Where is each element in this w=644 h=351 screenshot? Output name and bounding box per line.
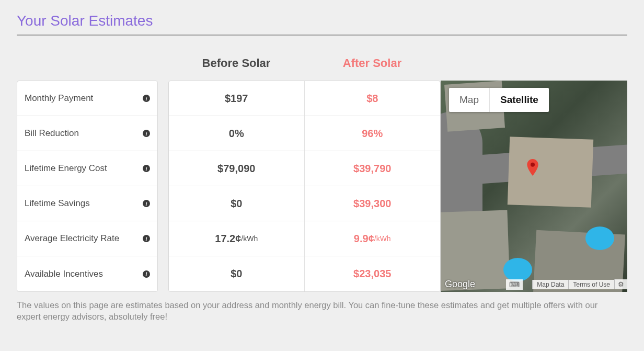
value-after: $39,790 (305, 151, 441, 186)
map-data-link[interactable]: Map Data (532, 280, 568, 289)
map-footer: Google ⌨ Map Data Terms of Use ⚙ (441, 277, 627, 292)
gear-icon[interactable]: ⚙ (614, 279, 627, 289)
value-after: $8 (305, 81, 441, 116)
map-type-satellite[interactable]: Satellite (489, 88, 549, 112)
value-after: 9.9¢/kWh (305, 221, 441, 256)
label-text: Available Incentives (25, 269, 103, 279)
table-row: 0% 96% (169, 116, 440, 151)
map-view[interactable]: Map Satellite Google ⌨ Map Data Terms of… (441, 81, 627, 292)
label-bill-reduction: Bill Reduction i (17, 116, 157, 151)
value-before: $79,090 (169, 151, 305, 186)
info-icon[interactable]: i (143, 130, 150, 137)
value-after: $39,300 (305, 186, 441, 221)
label-monthly-payment: Monthly Payment i (17, 81, 157, 116)
value-after: $23,035 (305, 256, 441, 291)
info-icon[interactable]: i (143, 200, 150, 207)
label-text: Lifetime Savings (25, 198, 90, 209)
table-row: 17.2¢/kWh 9.9¢/kWh (169, 221, 440, 256)
label-lifetime-energy-cost: Lifetime Energy Cost i (17, 151, 157, 186)
disclaimer-text: The values on this page are estimates ba… (17, 299, 602, 323)
value-before: 17.2¢/kWh (169, 221, 305, 256)
keyboard-icon[interactable]: ⌨ (506, 279, 523, 290)
info-icon[interactable]: i (143, 95, 150, 102)
label-text: Monthly Payment (25, 93, 93, 104)
table-row: $79,090 $39,790 (169, 151, 440, 186)
info-icon[interactable]: i (143, 270, 150, 278)
label-text: Average Electricity Rate (25, 233, 119, 244)
table-row: $0 $39,300 (169, 186, 440, 221)
label-avg-electricity-rate: Average Electricity Rate i (17, 221, 157, 256)
label-text: Bill Reduction (25, 128, 79, 139)
value-before: $197 (169, 81, 305, 116)
map-type-map[interactable]: Map (449, 88, 489, 112)
col-header-after: After Solar (304, 56, 440, 70)
map-type-switch: Map Satellite (449, 88, 549, 112)
google-logo: Google (441, 277, 479, 292)
column-headers: Before Solar After Solar (17, 56, 627, 70)
value-before: 0% (169, 116, 305, 151)
label-available-incentives: Available Incentives i (17, 256, 157, 291)
page-title: Your Solar Estimates (17, 13, 627, 36)
value-after: 96% (305, 116, 441, 151)
value-before: $0 (169, 186, 305, 221)
terms-link[interactable]: Terms of Use (568, 280, 614, 289)
info-icon[interactable]: i (143, 165, 150, 172)
label-text: Lifetime Energy Cost (25, 163, 107, 174)
info-icon[interactable]: i (143, 235, 150, 242)
label-lifetime-savings: Lifetime Savings i (17, 186, 157, 221)
table-row: $197 $8 (169, 81, 440, 116)
value-before: $0 (169, 256, 305, 291)
col-header-before: Before Solar (168, 56, 304, 70)
metric-labels: Monthly Payment i Bill Reduction i Lifet… (17, 81, 158, 292)
metric-values: $197 $8 0% 96% $79,090 $39,790 $0 $39,30… (168, 81, 441, 292)
table-row: $0 $23,035 (169, 256, 440, 291)
